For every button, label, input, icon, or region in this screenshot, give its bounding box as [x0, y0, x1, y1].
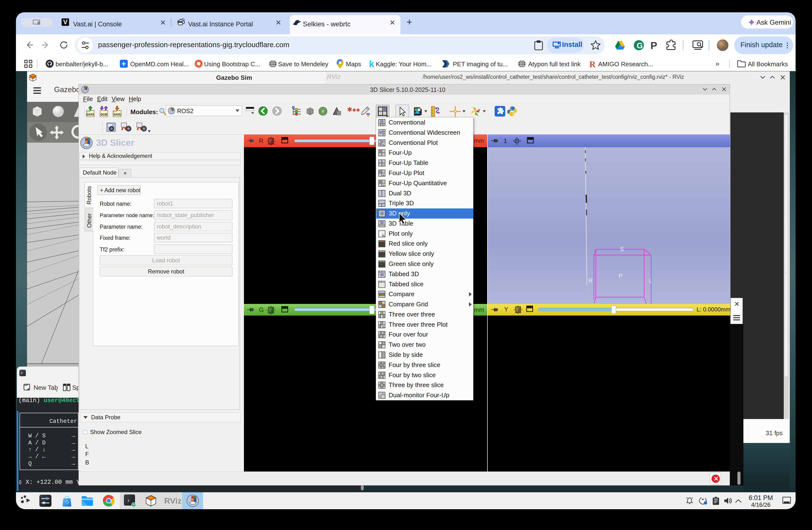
svg-text:L: L — [649, 278, 652, 284]
svg-text:DCM: DCM — [100, 113, 107, 116]
svg-text:DATA: DATA — [86, 113, 94, 116]
svg-text:R: R — [589, 278, 593, 284]
svg-text:S: S — [620, 246, 624, 252]
svg-text:P: P — [619, 273, 622, 279]
svg-text:SAVE: SAVE — [113, 113, 121, 116]
